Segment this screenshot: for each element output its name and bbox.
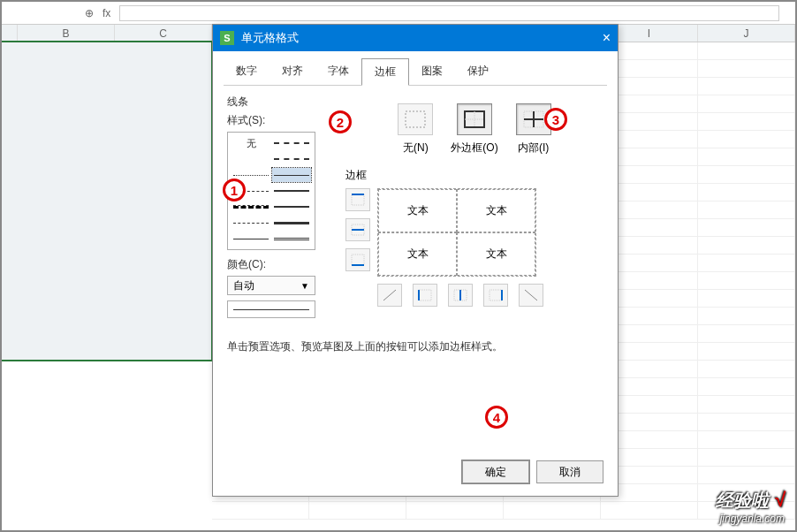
line-style-option[interactable] <box>232 216 270 230</box>
border-top-button[interactable] <box>345 188 370 211</box>
line-style-option[interactable] <box>272 184 311 198</box>
line-style-option[interactable] <box>232 168 270 182</box>
preset-area: 无(N) 外边框(O) 内部(I) <box>345 103 603 156</box>
line-style-option[interactable] <box>272 200 311 214</box>
line-style-option[interactable] <box>272 152 311 166</box>
border-section-label: 边框 <box>345 168 603 183</box>
svg-line-20 <box>525 290 537 300</box>
svg-rect-0 <box>406 111 425 127</box>
app-icon: S <box>220 31 234 45</box>
ok-button[interactable]: 确定 <box>462 460 529 483</box>
tab-protect[interactable]: 保护 <box>455 58 501 85</box>
hint-text: 单击预置选项、预览草图及上面的按钮可以添加边框样式。 <box>227 339 603 354</box>
dialog-title: 单元格格式 <box>241 30 299 46</box>
svg-line-13 <box>383 290 396 300</box>
tab-align[interactable]: 对齐 <box>269 58 315 85</box>
formula-bar: ⊕ fx <box>2 2 795 25</box>
titlebar[interactable]: S 单元格格式 × <box>213 25 618 51</box>
line-preview <box>227 300 315 318</box>
tab-font[interactable]: 字体 <box>315 58 361 85</box>
preset-outer[interactable]: 外边框(O) <box>451 103 497 156</box>
col-head[interactable]: J <box>698 25 795 42</box>
line-style-option-selected[interactable] <box>272 168 311 182</box>
chevron-down-icon: ▼ <box>300 281 309 291</box>
line-style-option[interactable] <box>232 184 270 198</box>
preset-inner-icon <box>523 110 544 128</box>
color-label: 颜色(C): <box>227 257 333 272</box>
tabs: 数字 对齐 字体 边框 图案 保护 <box>224 58 607 86</box>
tab-pattern[interactable]: 图案 <box>409 58 455 85</box>
line-style-option[interactable] <box>232 200 270 214</box>
preview-cell: 文本 <box>378 189 457 232</box>
svg-rect-14 <box>419 290 431 300</box>
line-section-label: 线条 <box>227 95 333 110</box>
style-label: 样式(S): <box>227 113 333 128</box>
tab-border[interactable]: 边框 <box>361 58 409 86</box>
line-style-option[interactable] <box>272 216 311 230</box>
svg-rect-7 <box>352 194 364 205</box>
color-value: 自动 <box>233 278 254 293</box>
preset-inner[interactable]: 内部(I) <box>516 103 551 156</box>
preset-none-icon <box>405 110 426 128</box>
border-hmiddle-button[interactable] <box>345 218 370 241</box>
border-diag2-button[interactable] <box>519 284 543 307</box>
svg-rect-18 <box>490 290 502 300</box>
fx-icon[interactable]: fx <box>102 7 110 19</box>
cancel-button[interactable]: 取消 <box>536 460 603 483</box>
preview-cell: 文本 <box>378 232 457 276</box>
line-style-none[interactable]: 无 <box>232 136 270 150</box>
close-icon[interactable]: × <box>603 30 611 46</box>
line-style-option[interactable] <box>232 232 270 246</box>
border-left-button[interactable] <box>413 284 437 307</box>
svg-rect-11 <box>352 255 364 265</box>
line-style-option[interactable] <box>272 232 311 246</box>
col-head[interactable]: C <box>115 25 212 42</box>
preset-outer-icon <box>464 110 485 128</box>
preview-cell: 文本 <box>457 232 535 276</box>
selection-range <box>2 42 212 361</box>
border-diag1-button[interactable] <box>377 284 402 307</box>
col-head[interactable]: B <box>18 25 115 42</box>
formula-input[interactable] <box>119 5 779 21</box>
border-preview[interactable]: 文本 文本 文本 文本 <box>377 188 536 277</box>
line-style-option[interactable] <box>272 136 311 150</box>
border-vmiddle-button[interactable] <box>448 284 473 307</box>
preview-cell: 文本 <box>457 189 535 232</box>
border-right-button[interactable] <box>483 284 508 307</box>
line-style-option[interactable] <box>232 152 270 166</box>
border-bottom-button[interactable] <box>345 248 370 271</box>
zoom-icon[interactable]: ⊕ <box>85 7 94 19</box>
preset-none[interactable]: 无(N) <box>398 103 433 156</box>
tab-number[interactable]: 数字 <box>224 58 269 85</box>
line-style-box: 无 <box>227 132 315 250</box>
color-dropdown[interactable]: 自动 ▼ <box>227 276 315 295</box>
col-head[interactable] <box>2 25 18 42</box>
cell-format-dialog: S 单元格格式 × 数字 对齐 字体 边框 图案 保护 线条 样式(S): 无 <box>212 24 619 497</box>
